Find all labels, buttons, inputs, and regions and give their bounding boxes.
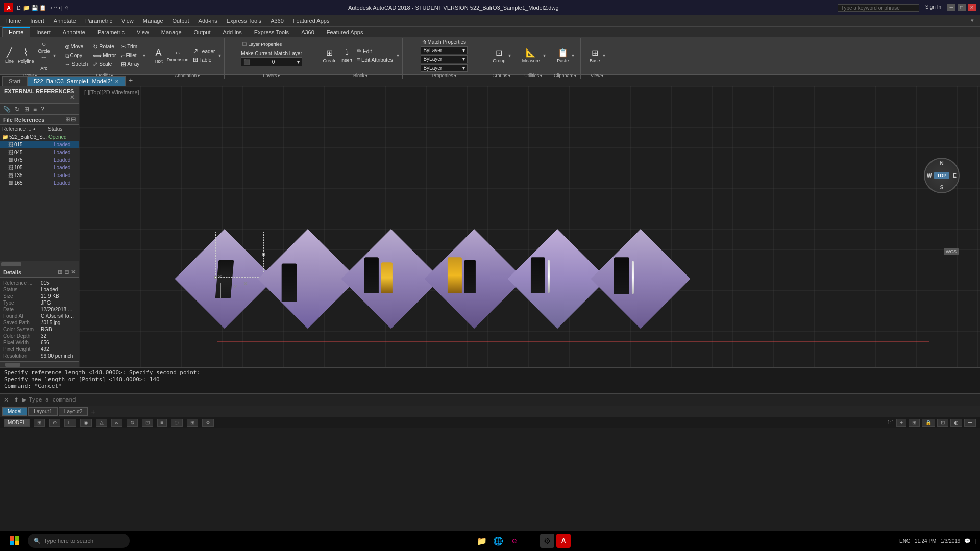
- model-tab-close[interactable]: ✕: [115, 79, 119, 84]
- tab-a360[interactable]: A360: [295, 27, 321, 37]
- leader-tool[interactable]: ↗Leader: [191, 47, 216, 55]
- tab-layout2[interactable]: Layout2: [59, 407, 88, 416]
- status-hardware-btn[interactable]: ⊡: [937, 419, 948, 427]
- ref-col-status[interactable]: Status: [46, 125, 79, 133]
- tab-parametric[interactable]: Parametric: [91, 27, 131, 37]
- close-btn[interactable]: ✕: [968, 4, 976, 11]
- menu-addins[interactable]: Add-ins: [194, 17, 222, 25]
- status-gc-btn[interactable]: ⚙: [202, 419, 214, 427]
- status-polar-btn[interactable]: ◉: [80, 419, 92, 427]
- menu-extra[interactable]: ▾: [967, 16, 978, 25]
- cmd-expand-btn[interactable]: ⬆: [12, 396, 20, 404]
- tab-home[interactable]: Home: [2, 27, 30, 37]
- bylayer-lineweight-dropdown[interactable]: ByLayer ▾: [421, 64, 468, 72]
- status-transparency-btn[interactable]: ◌: [171, 419, 183, 427]
- status-snap-btn[interactable]: ⊙: [49, 419, 60, 427]
- taskbar-app1[interactable]: ⚙: [540, 534, 554, 548]
- status-lw-btn[interactable]: ≡: [157, 419, 167, 427]
- paste-tool[interactable]: 📋 Paste: [556, 47, 570, 64]
- doc-tab-model[interactable]: 522_BalrO3_Sample1_Model2* ✕: [27, 76, 126, 86]
- utilities-more[interactable]: ▾: [543, 53, 546, 58]
- edit-attrs-tool[interactable]: ≡Edit Attributes: [355, 56, 395, 64]
- scale-tool[interactable]: ⤢Scale: [91, 60, 117, 68]
- toggle-list-btn[interactable]: ≡: [32, 105, 38, 113]
- ref-item-main[interactable]: 📁 522_BalrO3_S... Opened: [0, 133, 79, 141]
- tab-manage[interactable]: Manage: [155, 27, 188, 37]
- bylayer-linetype-dropdown[interactable]: ByLayer ▾: [421, 55, 468, 63]
- fillet-tool[interactable]: ⌐Fillet: [119, 52, 141, 60]
- taskbar-task-view[interactable]: ⊞: [458, 534, 473, 548]
- command-input[interactable]: [29, 396, 978, 403]
- make-current-btn[interactable]: Make Current: [241, 51, 272, 56]
- status-dyn-btn[interactable]: ⊡: [142, 419, 153, 427]
- menu-insert[interactable]: Insert: [26, 17, 48, 25]
- start-button[interactable]: [4, 531, 24, 551]
- taskbar-search[interactable]: 🔍 Type here to search: [28, 534, 130, 548]
- taskbar-desktop[interactable]: |: [974, 538, 976, 544]
- tab-insert[interactable]: Insert: [30, 27, 57, 37]
- menu-annotate[interactable]: Annotate: [50, 17, 80, 25]
- tab-annotate[interactable]: Annotate: [57, 27, 91, 37]
- taskbar-mail[interactable]: ✉: [524, 534, 538, 548]
- status-wspace-btn[interactable]: ⊞: [909, 419, 920, 427]
- add-layout-btn[interactable]: +: [89, 408, 97, 416]
- refs-collapse-btn[interactable]: ⊟: [71, 116, 76, 123]
- status-ortho-btn[interactable]: ∟: [64, 419, 77, 427]
- ref-item-105[interactable]: 🖼 105 Loaded: [0, 164, 79, 171]
- tab-output[interactable]: Output: [188, 27, 217, 37]
- ref-col-name[interactable]: Reference ... ▲: [0, 125, 46, 133]
- details-vscroll[interactable]: [0, 361, 79, 367]
- diamond-6[interactable]: [630, 229, 709, 321]
- circle-tool[interactable]: ○ Circle: [37, 39, 51, 55]
- clipboard-expand[interactable]: ▾: [574, 73, 576, 78]
- status-anno-btn[interactable]: +: [896, 419, 906, 427]
- tab-featured[interactable]: Featured Apps: [321, 27, 370, 37]
- status-model-btn[interactable]: MODEL: [4, 419, 30, 427]
- mirror-tool[interactable]: ⟺Mirror: [91, 52, 117, 60]
- layers-expand[interactable]: ▾: [278, 73, 280, 78]
- props-expand[interactable]: ▾: [454, 73, 456, 78]
- status-lock-btn[interactable]: 🔒: [922, 419, 935, 427]
- table-tool[interactable]: ⊞Table: [191, 56, 216, 64]
- taskbar-notification[interactable]: 💬: [964, 538, 970, 544]
- status-otrack-btn[interactable]: ∞: [111, 419, 122, 427]
- details-expand-icon[interactable]: ⊞: [58, 269, 62, 276]
- status-grid-btn[interactable]: ⊞: [34, 419, 45, 427]
- new-tab-btn[interactable]: +: [126, 74, 136, 86]
- details-collapse-icon[interactable]: ⊟: [64, 269, 69, 276]
- toggle-tree-btn[interactable]: ⊞: [23, 105, 30, 113]
- ref-item-075[interactable]: 🖼 075 Loaded: [0, 156, 79, 164]
- ref-item-045[interactable]: 🖼 045 Loaded: [0, 148, 79, 156]
- trim-tool[interactable]: ✂Trim: [119, 43, 141, 51]
- status-isolate-btn[interactable]: ◐: [950, 419, 962, 427]
- taskbar-ie[interactable]: e: [507, 534, 522, 548]
- annot-more[interactable]: ▾: [218, 53, 221, 58]
- menu-view[interactable]: View: [117, 17, 138, 25]
- rotate-tool[interactable]: ↻Rotate: [91, 43, 117, 51]
- menu-featured[interactable]: Featured Apps: [289, 17, 334, 25]
- ref-item-015[interactable]: 🖼 015 Loaded: [0, 141, 79, 148]
- keyword-search[interactable]: [838, 4, 919, 12]
- plot-btn[interactable]: 🖨: [64, 5, 69, 11]
- help-btn[interactable]: ?: [40, 105, 45, 113]
- stretch-tool[interactable]: ↔Stretch: [63, 60, 90, 68]
- match-props-tool[interactable]: ⟰ Match Properties: [421, 39, 468, 45]
- maximize-btn[interactable]: □: [958, 4, 966, 11]
- taskbar-autocad[interactable]: A: [556, 534, 571, 548]
- attach-btn[interactable]: 📎: [2, 105, 12, 113]
- taskbar-edge[interactable]: 🌐: [491, 534, 505, 548]
- arc-tool[interactable]: ⌒ Arc: [37, 55, 51, 72]
- details-close-icon[interactable]: ✕: [71, 269, 76, 276]
- minimize-btn[interactable]: ─: [947, 4, 955, 11]
- tab-view[interactable]: View: [131, 27, 155, 37]
- groups-expand[interactable]: ▾: [508, 73, 510, 78]
- status-ducs-btn[interactable]: ⊚: [127, 419, 138, 427]
- draw-more[interactable]: ▾: [53, 53, 56, 58]
- view-more[interactable]: ▾: [603, 53, 605, 58]
- menu-output[interactable]: Output: [168, 17, 193, 25]
- tab-model[interactable]: Model: [2, 407, 27, 416]
- cmd-close-btn[interactable]: ✕: [2, 396, 10, 404]
- menu-home[interactable]: Home: [2, 17, 25, 25]
- menu-parametric[interactable]: Parametric: [81, 17, 116, 25]
- annot-expand[interactable]: ▾: [198, 73, 200, 78]
